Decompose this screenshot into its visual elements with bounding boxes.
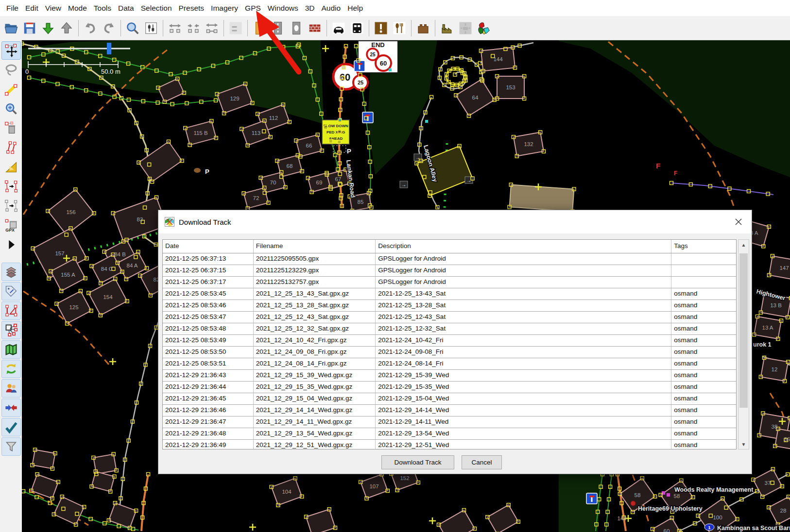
disabled-tool-icon[interactable] (456, 18, 475, 38)
toolbar-separator (247, 20, 248, 36)
table-scrollbar[interactable]: ▲ ▼ (738, 239, 749, 449)
menu-item-imagery[interactable]: Imagery (207, 4, 241, 13)
table-row[interactable]: 2021-12-25 08:53:462021_12_25_13_28_Sat.… (163, 300, 736, 312)
gpx-delete-tool[interactable]: GPX (1, 216, 21, 234)
table-row[interactable]: 2021-12-29 21:36:482021_12_29_13_54_Wed.… (163, 428, 736, 440)
menu-item-file[interactable]: File (3, 4, 22, 13)
parallel-way-tool[interactable] (1, 138, 21, 157)
expand-arrow[interactable] (1, 235, 21, 254)
menu-item-gps[interactable]: GPS (241, 4, 264, 13)
svg-text:F: F (656, 162, 660, 170)
relations-button[interactable] (1, 321, 21, 339)
road-gray-icon[interactable] (269, 18, 287, 38)
tags-button[interactable] (1, 282, 21, 300)
zoom-icon[interactable] (123, 18, 142, 38)
scroll-down-icon[interactable]: ▼ (738, 439, 749, 449)
merge-node-icon[interactable] (184, 18, 203, 38)
cell-date: 2021-12-29 21:36:44 (163, 382, 254, 393)
conflict-button[interactable] (1, 399, 21, 417)
table-row[interactable]: 2021-12-25 06:37:1320211225095505.gpxGPS… (163, 253, 736, 265)
menu-item-help[interactable]: Help (344, 4, 366, 13)
download-track-button[interactable]: Download Track (381, 455, 454, 469)
bus-icon[interactable] (348, 18, 366, 38)
menu-item-audio[interactable]: Audio (318, 4, 344, 13)
scroll-thumb[interactable] (739, 253, 748, 408)
minimap-button[interactable] (1, 340, 21, 359)
upload-data-icon[interactable] (57, 18, 76, 38)
authors-button[interactable] (1, 379, 21, 398)
castle-icon[interactable] (414, 18, 432, 38)
lasso-tool[interactable] (1, 61, 21, 79)
menu-item-mode[interactable]: Mode (65, 4, 90, 13)
undo-icon[interactable] (81, 18, 100, 38)
menu-item-windows[interactable]: Windows (264, 4, 302, 13)
close-icon[interactable] (733, 216, 744, 227)
menu-item-3d[interactable]: 3D (302, 4, 318, 13)
cell-description: 2021-12-24_10-42_Fri (376, 335, 671, 346)
cell-date: 2021-12-29 21:36:49 (163, 440, 254, 449)
boundaries-icon[interactable] (475, 18, 493, 38)
unglue-node-icon[interactable] (166, 18, 184, 38)
zoom-tool[interactable] (1, 100, 21, 118)
car-icon[interactable] (329, 18, 348, 38)
svg-text:156: 156 (66, 209, 75, 215)
warning-icon[interactable] (372, 18, 390, 38)
table-row[interactable]: 2021-12-29 21:36:462021_12_29_14_14_Wed.… (163, 405, 736, 416)
select-move-tool[interactable] (1, 41, 21, 60)
factory-icon[interactable] (438, 18, 456, 38)
layers-button[interactable] (1, 263, 21, 281)
menu-item-tools[interactable]: Tools (90, 4, 115, 13)
download-data-icon[interactable] (39, 18, 57, 38)
column-header-date[interactable]: Date (163, 240, 254, 253)
column-header-filename[interactable]: Filename (254, 240, 376, 253)
svg-text:25: 25 (358, 80, 363, 85)
restaurant-icon[interactable] (390, 18, 409, 38)
table-row[interactable]: 2021-12-29 21:36:492021_12_29_12_51_Wed.… (163, 440, 736, 449)
table-row[interactable]: 2021-12-25 06:37:1720211225132757.gpxGPS… (163, 277, 736, 288)
cancel-button[interactable]: Cancel (462, 455, 502, 469)
follow-way-tool[interactable] (1, 197, 21, 215)
changeset-button[interactable] (1, 360, 21, 378)
cell-description: 2021-12-29_14-14_Wed (376, 405, 671, 416)
extrude-way-icon[interactable] (203, 18, 221, 38)
table-row[interactable]: 2021-12-29 21:36:432021_12_29_15_39_Wed.… (163, 370, 736, 382)
table-row[interactable]: 2021-12-25 08:53:452021_12_25_13_43_Sat.… (163, 288, 736, 300)
table-row[interactable]: 2021-12-25 08:53:482021_12_25_12_32_Sat.… (163, 323, 736, 335)
filter-button[interactable] (1, 437, 21, 456)
validator-button[interactable] (1, 418, 21, 436)
road-yellow-icon[interactable] (250, 18, 269, 38)
table-row[interactable]: 2021-12-25 08:53:502021_12_24_09_08_Fri.… (163, 347, 736, 358)
table-row[interactable]: 2021-12-25 08:53:472021_12_25_12_43_Sat.… (163, 312, 736, 323)
svg-text:64: 64 (472, 95, 479, 100)
table-row[interactable]: 2021-12-25 08:53:492021_12_24_10_42_Fri.… (163, 335, 736, 347)
redo-icon[interactable] (100, 18, 118, 38)
merge-way-tool[interactable] (1, 177, 21, 196)
menu-item-data[interactable]: Data (115, 4, 137, 13)
table-row[interactable]: 2021-12-29 21:36:442021_12_29_15_35_Wed.… (163, 382, 736, 393)
preferences-icon[interactable] (142, 18, 160, 38)
wall-icon[interactable] (306, 18, 324, 38)
column-header-tags[interactable]: Tags (671, 240, 736, 253)
selection-list-button[interactable] (1, 301, 21, 320)
table-row[interactable]: 2021-12-29 21:36:452021_12_29_15_04_Wed.… (163, 393, 736, 405)
cell-tags: osmand (671, 416, 736, 428)
dialog-titlebar[interactable]: Download Track (158, 210, 752, 233)
wrap-arrows-icon[interactable] (226, 18, 245, 38)
draw-node-tool[interactable] (1, 80, 21, 99)
menu-item-presets[interactable]: Presets (175, 4, 208, 13)
svg-text:66: 66 (306, 143, 312, 149)
menu-item-view[interactable]: View (42, 4, 65, 13)
table-row[interactable]: 2021-12-29 21:36:472021_12_29_14_11_Wed.… (163, 416, 736, 428)
open-folder-icon[interactable] (2, 18, 20, 38)
column-header-description[interactable]: Description (376, 240, 671, 253)
save-icon[interactable] (20, 18, 39, 38)
menu-item-selection[interactable]: Selection (137, 4, 175, 13)
cell-description: 2021-12-25_13-28_Sat (376, 300, 671, 311)
scroll-up-icon[interactable]: ▲ (738, 240, 749, 249)
table-row[interactable]: 2021-12-25 06:37:1520211225123229.gpxGPS… (163, 265, 736, 277)
improve-accuracy-tool[interactable] (1, 158, 21, 176)
delete-tool[interactable] (1, 119, 21, 137)
road-oval-icon[interactable] (287, 18, 306, 38)
table-row[interactable]: 2021-12-25 08:53:512021_12_24_08_14_Fri.… (163, 358, 736, 370)
menu-item-edit[interactable]: Edit (22, 4, 42, 13)
